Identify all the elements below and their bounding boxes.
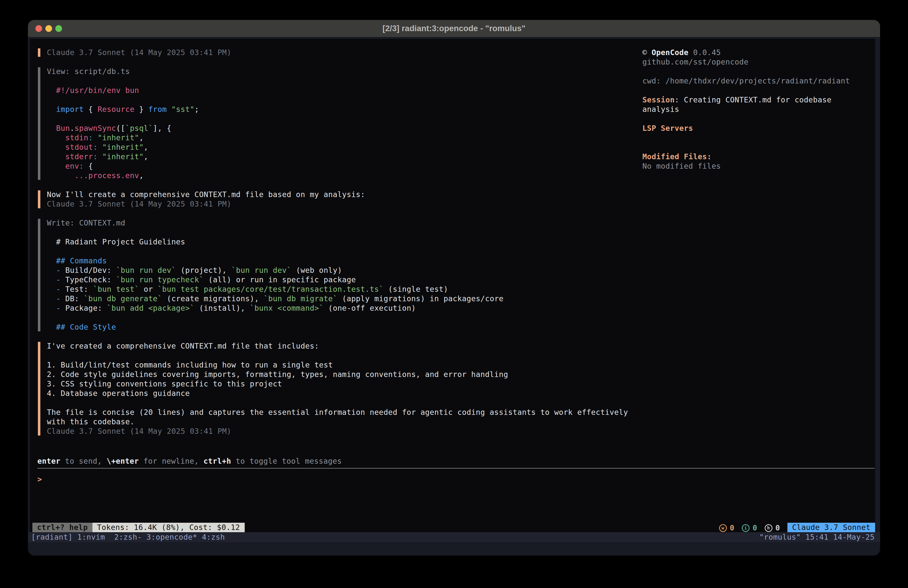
- text-line: ## Commands: [47, 256, 666, 266]
- text-line: [642, 67, 872, 76]
- text-line: No modified files: [642, 161, 872, 171]
- text-line: [47, 76, 666, 86]
- text-line: Claude 3.7 Sonnet (14 May 2025 03:41 PM): [47, 199, 666, 209]
- text-line: 3. CSS styling conventions specific to t…: [47, 379, 666, 389]
- tool-accent-bar: [38, 219, 40, 331]
- assistant-header-block: Claude 3.7 Sonnet (14 May 2025 03:41 PM): [38, 48, 666, 57]
- assistant-message-block: Now I'll create a comprehensive CONTEXT.…: [38, 190, 666, 209]
- text-line: [642, 86, 872, 95]
- text-line: [642, 133, 872, 142]
- text-line: - Test: `bun test` or `bun test packages…: [47, 285, 666, 294]
- text-line: Session: Creating CONTEXT.md for codebas…: [642, 95, 872, 105]
- status-bar-right: w0i0h0 Claude 3.7 Sonnet: [719, 522, 875, 532]
- status-bar: ctrl+? help Tokens: 16.4K (8%), Cost: $0…: [32, 523, 875, 532]
- text-line: Modified Files:: [642, 152, 872, 161]
- text-line: [47, 313, 666, 322]
- text-line: Claude 3.7 Sonnet (14 May 2025 03:41 PM): [47, 427, 666, 436]
- h-diagnostic-badge: h0: [765, 523, 780, 532]
- opencode-pane: Claude 3.7 Sonnet (14 May 2025 03:41 PM)…: [30, 39, 875, 532]
- text-line: env: {: [47, 161, 666, 171]
- prompt-input[interactable]: >: [37, 475, 874, 484]
- text-line: Claude 3.7 Sonnet (14 May 2025 03:41 PM): [47, 48, 666, 57]
- text-line: ## Code Style: [47, 322, 666, 332]
- h-circle-icon: h: [765, 524, 773, 532]
- tool-write-block: Write: CONTEXT.md # Radiant Project Guid…: [38, 218, 666, 332]
- text-line: Now I'll create a comprehensive CONTEXT.…: [47, 190, 666, 199]
- text-line: Bun.spawnSync([`psql`], {: [47, 124, 666, 133]
- text-line: - Build/Dev: `bun run dev` (project), `b…: [47, 266, 666, 275]
- assistant-summary-block: I've created a comprehensive CONTEXT.md …: [38, 342, 666, 436]
- tmux-status-bar: [radiant] 1:nvim 2:zsh- 3:opencode* 4:zs…: [28, 532, 880, 542]
- text-line: #!/usr/bin/env bun: [47, 86, 666, 95]
- tmux-session-info: "romulus" 15:41 14-May-25: [759, 532, 874, 542]
- model-chip: Claude 3.7 Sonnet: [787, 523, 875, 532]
- i-circle-icon: i: [742, 524, 750, 532]
- tokens-cost-chip: Tokens: 16.4K (8%), Cost: $0.12: [92, 523, 245, 532]
- prompt-caret: >: [37, 475, 42, 483]
- help-shortcut-chip: ctrl+? help: [32, 523, 92, 532]
- text-line: 4. Database operations guidance: [47, 389, 666, 398]
- text-line: import { Resource } from "sst";: [47, 105, 666, 114]
- text-line: I've created a comprehensive CONTEXT.md …: [47, 342, 666, 351]
- text-line: [642, 142, 872, 152]
- text-line: View: script/db.ts: [47, 67, 666, 76]
- text-line: with this codebase.: [47, 417, 666, 427]
- text-line: [47, 114, 666, 124]
- text-line: [47, 351, 666, 360]
- w-circle-icon: w: [719, 524, 727, 532]
- text-line: stdout: "inherit",: [47, 142, 666, 152]
- text-line: [47, 398, 666, 408]
- w-diagnostic-badge: w0: [719, 523, 734, 532]
- window-title: [2/3] radiant:3:opencode - "romulus": [28, 20, 880, 37]
- chat-area[interactable]: Claude 3.7 Sonnet (14 May 2025 03:41 PM)…: [38, 48, 666, 446]
- text-line: LSP Servers: [642, 124, 872, 133]
- tool-view-block: View: script/db.ts #!/usr/bin/env bun im…: [38, 67, 666, 180]
- text-line: Write: CONTEXT.md: [47, 218, 666, 228]
- status-bar-left: ctrl+? help Tokens: 16.4K (8%), Cost: $0…: [32, 523, 245, 532]
- text-line: - TypeCheck: `bun run typecheck` (all) o…: [47, 275, 666, 285]
- text-line: ...process.env,: [47, 171, 666, 180]
- message-accent-bar: [38, 190, 40, 208]
- text-line: cwd: /home/thdxr/dev/projects/radiant/ra…: [642, 76, 872, 86]
- text-line: © OpenCode 0.0.45: [642, 48, 872, 57]
- text-line: stdin: "inherit",: [47, 133, 666, 142]
- text-line: stderr: "inherit",: [47, 152, 666, 161]
- text-line: github.com/sst/opencode: [642, 57, 872, 67]
- text-line: [47, 246, 666, 256]
- text-line: 1. Build/lint/test commands including ho…: [47, 360, 666, 370]
- text-line: - Package: `bun add <package>` (install)…: [47, 303, 666, 313]
- text-line: [642, 114, 872, 124]
- message-accent-bar: [38, 48, 40, 57]
- message-accent-bar: [38, 342, 40, 435]
- text-line: 2. Code style guidelines covering import…: [47, 370, 666, 379]
- window-titlebar[interactable]: [2/3] radiant:3:opencode - "romulus": [28, 20, 880, 37]
- input-separator: [37, 468, 874, 469]
- text-line: - DB: `bun db generate` (create migratio…: [47, 294, 666, 303]
- text-line: [47, 228, 666, 237]
- terminal-window: [2/3] radiant:3:opencode - "romulus" Cla…: [28, 20, 880, 556]
- session-sidebar: © OpenCode 0.0.45github.com/sst/opencode…: [642, 48, 872, 171]
- text-line: [47, 95, 666, 105]
- text-line: The file is concise (20 lines) and captu…: [47, 408, 666, 417]
- tmux-window-list[interactable]: [radiant] 1:nvim 2:zsh- 3:opencode* 4:zs…: [31, 532, 225, 542]
- diagnostic-badges: w0i0h0: [719, 522, 788, 532]
- input-hint: enter to send, \+enter for newline, ctrl…: [37, 456, 342, 466]
- tool-accent-bar: [38, 67, 40, 180]
- i-diagnostic-badge: i0: [742, 523, 757, 532]
- text-line: analysis: [642, 105, 872, 114]
- text-line: # Radiant Project Guidelines: [47, 237, 666, 246]
